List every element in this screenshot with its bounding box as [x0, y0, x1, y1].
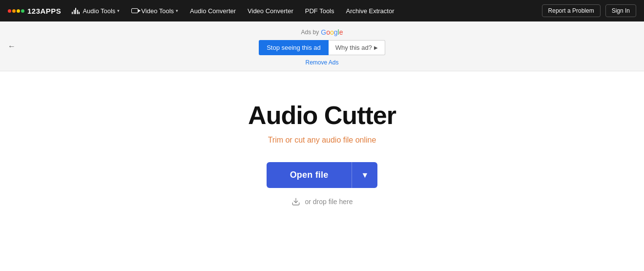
nav-audio-tools[interactable]: Audio Tools ▾ — [67, 0, 125, 21]
ad-buttons: Stop seeing this ad Why this ad? ▶ — [259, 40, 385, 55]
logo-dot-orange — [12, 9, 16, 13]
ads-by-google: Ads by Google — [301, 28, 343, 36]
audio-waveform-icon — [72, 7, 80, 14]
google-text: Google — [321, 28, 343, 36]
stop-seeing-ad-button[interactable]: Stop seeing this ad — [259, 40, 329, 55]
audio-tools-chevron-icon: ▾ — [117, 8, 120, 13]
main-content: Audio Cutter Trim or cut any audio file … — [0, 71, 644, 226]
audio-converter-label: Audio Converter — [190, 7, 236, 15]
why-this-ad-button[interactable]: Why this ad? ▶ — [329, 40, 385, 55]
video-converter-label: Video Converter — [248, 7, 293, 15]
page-subtitle: Trim or cut any audio file online — [268, 136, 376, 145]
nav-audio-converter[interactable]: Audio Converter — [185, 0, 241, 21]
logo[interactable]: 123APPS — [8, 7, 61, 15]
drop-label: or drop file here — [305, 198, 353, 206]
why-this-ad-text: Why this ad? — [335, 44, 372, 51]
open-file-row: Open file ▼ — [267, 162, 378, 188]
logo-icon — [8, 9, 24, 13]
page-title: Audio Cutter — [248, 101, 396, 130]
nav-pdf-tools[interactable]: PDF Tools — [300, 0, 339, 21]
ad-back-button[interactable]: ← — [8, 42, 16, 51]
audio-tools-label: Audio Tools — [83, 7, 115, 15]
video-icon — [131, 8, 138, 13]
logo-dot-green — [21, 9, 24, 13]
logo-dot-red — [8, 9, 11, 13]
pdf-tools-label: PDF Tools — [305, 7, 334, 15]
nav-video-tools[interactable]: Video Tools ▾ — [126, 0, 183, 21]
archive-extractor-label: Archive Extractor — [346, 7, 395, 15]
sign-in-button[interactable]: Sign In — [605, 4, 636, 17]
logo-dot-yellow — [17, 9, 20, 13]
logo-text: 123APPS — [27, 7, 61, 15]
why-ad-icon: ▶ — [374, 45, 378, 50]
remove-ads-link[interactable]: Remove Ads — [305, 59, 338, 66]
video-tools-chevron-icon: ▾ — [176, 8, 178, 13]
open-file-button[interactable]: Open file — [267, 162, 352, 188]
nav-archive-extractor[interactable]: Archive Extractor — [341, 0, 399, 21]
navbar: 123APPS Audio Tools ▾ Video Tools ▾ Audi… — [0, 0, 644, 21]
nav-video-converter[interactable]: Video Converter — [243, 0, 298, 21]
ad-container: ← Ads by Google Stop seeing this ad Why … — [0, 21, 644, 71]
open-file-dropdown-button[interactable]: ▼ — [352, 162, 377, 188]
drop-icon — [291, 197, 301, 207]
dropdown-chevron-icon: ▼ — [361, 171, 369, 180]
ads-by-text: Ads by — [301, 29, 319, 36]
drop-area[interactable]: or drop file here — [291, 197, 353, 207]
video-tools-label: Video Tools — [141, 7, 174, 15]
report-problem-button[interactable]: Report a Problem — [542, 4, 601, 17]
